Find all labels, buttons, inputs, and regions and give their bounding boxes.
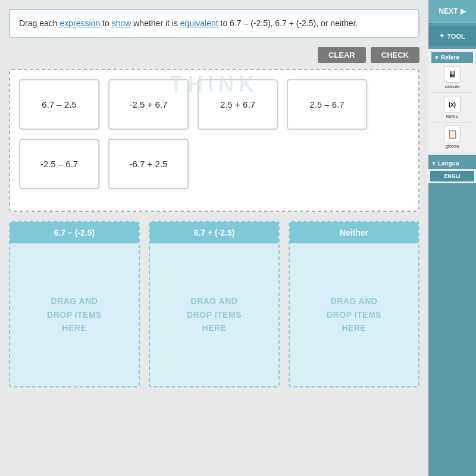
reference-section: ▼ Refere 🖩 calcula (x) formu 📋 glossa — [428, 49, 476, 155]
next-button[interactable]: NEXT ▶ — [428, 0, 476, 23]
formula-icon: (x) — [444, 96, 461, 112]
next-label: NEXT — [439, 7, 458, 15]
expression-link[interactable]: expression — [60, 18, 100, 28]
drop-hint-1: DRAG ANDDROP ITEMSHERE — [47, 295, 102, 334]
tools-button[interactable]: ✦ TOOL — [428, 26, 476, 46]
calculator-icon: 🖩 — [444, 66, 461, 83]
language-label: Langua — [438, 160, 459, 167]
drop-zone-2-body: DRAG ANDDROP ITEMSHERE — [150, 243, 278, 386]
language-header[interactable]: ▼ Langua — [428, 158, 476, 169]
instructions-text-middle1: to — [100, 18, 111, 28]
instructions-text-before: Drag each — [19, 18, 60, 28]
drop-zone-1[interactable]: 6.7 – (-2.5) DRAG ANDDROP ITEMSHERE — [9, 221, 140, 387]
show-link[interactable]: show — [112, 18, 131, 28]
instructions-text-middle2: whether it is — [131, 18, 180, 28]
tiles-row-2: -2.5 – 6.7 -6.7 + 2.5 — [19, 139, 409, 189]
english-button[interactable]: ENGLI — [430, 171, 474, 181]
right-sidebar: NEXT ▶ ✦ TOOL ▼ Refere 🖩 calcula (x) for… — [428, 0, 476, 476]
drop-zone-3-header: Neither — [290, 222, 418, 243]
clear-button[interactable]: CLEAR — [318, 47, 366, 63]
tile-5-expr: -2.5 – 6.7 — [40, 159, 78, 169]
formula-label: formu — [446, 114, 458, 119]
tile-1[interactable]: 6.7 – 2.5 — [19, 79, 99, 130]
tile-6[interactable]: -6.7 + 2.5 — [108, 139, 189, 189]
glossary-label: glossa — [445, 143, 459, 149]
drop-zone-1-body: DRAG ANDDROP ITEMSHERE — [10, 243, 139, 386]
drop-zone-2[interactable]: 6.7 + (-2.5) DRAG ANDDROP ITEMSHERE — [149, 221, 280, 387]
drop-hint-2: DRAG ANDDROP ITEMSHERE — [187, 295, 242, 334]
tile-4-expr: 2.5 – 6.7 — [309, 99, 344, 109]
glossary-icon: 📋 — [444, 126, 461, 142]
controls-row: CLEAR CHECK — [9, 47, 419, 63]
equivalent-link[interactable]: equivalent — [180, 18, 218, 28]
english-label: ENGLI — [444, 173, 461, 179]
tile-6-expr: -6.7 + 2.5 — [130, 159, 168, 169]
glossary-item[interactable]: 📋 glossa — [431, 123, 473, 152]
tile-5[interactable]: -2.5 – 6.7 — [19, 139, 99, 189]
watermark-area: THINK 6.7 – 2.5 -2.5 + 6.7 2.5 + 6.7 2.5… — [9, 69, 419, 212]
language-section: ▼ Langua ENGLI — [428, 158, 476, 183]
drop-hint-3: DRAG ANDDROP ITEMSHERE — [327, 295, 381, 334]
triangle-icon: ▼ — [434, 54, 440, 61]
tools-label: TOOL — [447, 33, 465, 40]
tiles-container: 6.7 – 2.5 -2.5 + 6.7 2.5 + 6.7 2.5 – 6.7… — [9, 69, 419, 212]
tile-3-expr: 2.5 + 6.7 — [220, 99, 255, 109]
drop-zone-1-header: 6.7 – (-2.5) — [10, 222, 139, 243]
instructions-text-after: to 6.7 – (-2.5), 6.7 + (-2.5), or neithe… — [218, 18, 358, 28]
calculator-label: calcula — [445, 84, 460, 89]
instructions-box: Drag each expression to show whether it … — [9, 9, 419, 38]
tile-2-expr: -2.5 + 6.7 — [130, 99, 168, 109]
lang-triangle-icon: ▼ — [431, 160, 437, 167]
calculator-item[interactable]: 🖩 calcula — [431, 63, 473, 93]
main-content: Drag each expression to show whether it … — [0, 0, 428, 476]
tile-4[interactable]: 2.5 – 6.7 — [287, 79, 367, 130]
next-arrow: ▶ — [461, 7, 466, 15]
drop-zone-2-header: 6.7 + (-2.5) — [150, 222, 278, 243]
reference-label: Refere — [441, 54, 459, 61]
check-button[interactable]: CHECK — [371, 47, 419, 63]
tile-3[interactable]: 2.5 + 6.7 — [198, 79, 278, 130]
tile-2[interactable]: -2.5 + 6.7 — [108, 79, 189, 130]
drop-zone-3-body: DRAG ANDDROP ITEMSHERE — [290, 243, 418, 386]
tile-1-expr: 6.7 – 2.5 — [42, 99, 76, 109]
drop-zone-3[interactable]: Neither DRAG ANDDROP ITEMSHERE — [289, 221, 419, 387]
tools-icon: ✦ — [439, 32, 444, 40]
reference-header[interactable]: ▼ Refere — [431, 52, 473, 63]
tiles-row-1: 6.7 – 2.5 -2.5 + 6.7 2.5 + 6.7 2.5 – 6.7 — [19, 79, 409, 130]
drop-zones-container: 6.7 – (-2.5) DRAG ANDDROP ITEMSHERE 6.7 … — [9, 221, 419, 387]
formula-item[interactable]: (x) formu — [431, 93, 473, 123]
